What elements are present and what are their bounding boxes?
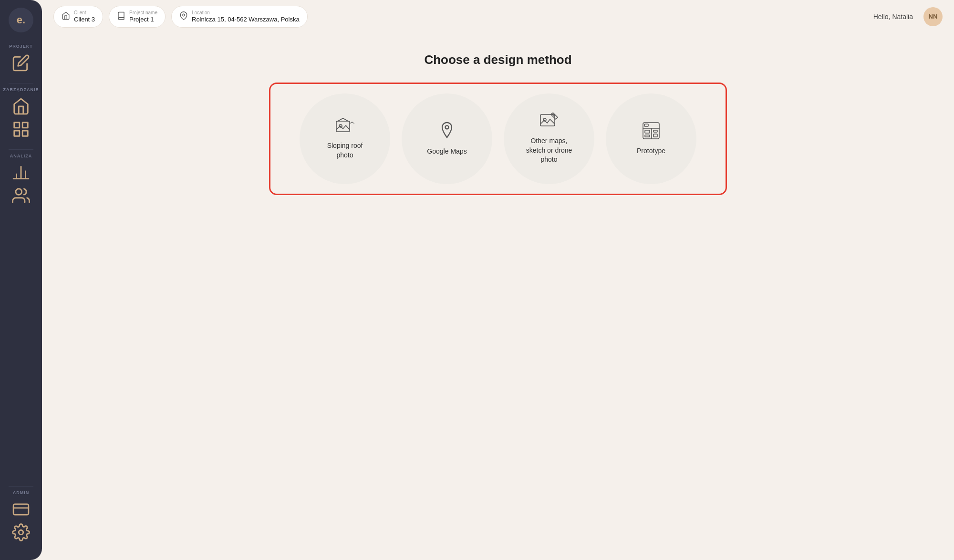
svg-point-11 <box>19 530 23 535</box>
sidebar-section-admin: ADMIN <box>0 490 42 545</box>
svg-rect-1 <box>22 123 28 128</box>
prototype-label: Prototype <box>637 146 665 156</box>
project-pill[interactable]: Project name Project 1 <box>109 6 166 28</box>
google-maps-icon <box>438 121 456 140</box>
sidebar-item-billing[interactable] <box>10 499 31 520</box>
google-maps-label: Google Maps <box>427 147 467 156</box>
location-pill-icon <box>179 11 188 22</box>
sidebar-divider-1 <box>9 83 34 83</box>
svg-rect-24 <box>653 130 657 132</box>
sidebar-item-users[interactable] <box>10 185 31 206</box>
other-maps-icon <box>539 113 559 130</box>
avatar[interactable]: NN <box>923 7 943 26</box>
svg-rect-23 <box>645 135 650 137</box>
sidebar-item-home[interactable] <box>10 96 31 117</box>
content-area: Choose a design method Sloping roofphoto <box>42 33 954 560</box>
sidebar-divider-3 <box>9 486 34 487</box>
svg-point-8 <box>16 189 22 195</box>
home-pill-icon <box>62 11 70 22</box>
svg-rect-13 <box>336 121 350 132</box>
main-content: Client Client 3 Project name Project 1 <box>42 0 954 560</box>
sidebar-divider-2 <box>9 149 34 150</box>
client-label: Client <box>74 10 95 16</box>
location-label: Location <box>192 10 300 16</box>
sidebar-label-zarzadzanie: ZARZĄDZANIE <box>3 87 39 92</box>
svg-rect-3 <box>22 131 28 136</box>
page-title: Choose a design method <box>424 52 571 67</box>
project-label: Project name <box>129 10 157 16</box>
svg-rect-26 <box>644 124 648 126</box>
sidebar-item-edit[interactable] <box>10 52 31 73</box>
sloping-roof-label: Sloping roofphoto <box>327 141 363 160</box>
logo[interactable]: e. <box>9 8 33 32</box>
location-info: Location Rolnicza 15, 04-562 Warszawa, P… <box>192 10 300 23</box>
method-card-google-maps[interactable]: Google Maps <box>402 93 492 184</box>
method-card-other-maps[interactable]: Other maps,sketch or dronephoto <box>504 93 594 184</box>
sidebar-item-grid[interactable] <box>10 119 31 140</box>
method-card-prototype[interactable]: Prototype <box>606 93 696 184</box>
sloping-roof-icon <box>335 117 354 135</box>
sidebar-section-zarzadzanie: ZARZĄDZANIE <box>0 87 42 142</box>
sidebar-item-chart[interactable] <box>10 162 31 183</box>
book-pill-icon <box>117 11 125 22</box>
location-pill[interactable]: Location Rolnicza 15, 04-562 Warszawa, P… <box>171 6 308 28</box>
svg-rect-0 <box>14 123 20 128</box>
sidebar-label-projekt: PROJEKT <box>9 44 33 49</box>
sidebar-item-settings[interactable] <box>10 522 31 543</box>
method-selection-box: Sloping roofphoto Google Maps <box>269 83 727 195</box>
client-pill[interactable]: Client Client 3 <box>53 6 103 28</box>
prototype-icon <box>642 122 660 140</box>
svg-rect-2 <box>14 131 20 136</box>
location-value: Rolnicza 15, 04-562 Warszawa, Polska <box>192 16 300 23</box>
sidebar-section-analiza: ANALIZA <box>0 154 42 208</box>
sidebar-label-admin: ADMIN <box>13 490 30 495</box>
project-value: Project 1 <box>129 16 157 23</box>
svg-point-12 <box>183 14 185 16</box>
sidebar-label-analiza: ANALIZA <box>10 154 32 158</box>
client-value: Client 3 <box>74 16 95 23</box>
svg-rect-9 <box>13 504 29 515</box>
sidebar-section-projekt: PROJEKT <box>0 44 42 75</box>
sidebar: e. PROJEKT ZARZĄDZANIE A <box>0 0 42 560</box>
method-card-sloping-roof[interactable]: Sloping roofphoto <box>300 93 390 184</box>
svg-rect-25 <box>653 134 657 137</box>
svg-rect-22 <box>645 130 650 133</box>
project-info: Project name Project 1 <box>129 10 157 23</box>
greeting-text: Hello, Natalia <box>873 13 913 21</box>
svg-rect-19 <box>643 123 659 139</box>
client-info: Client Client 3 <box>74 10 95 23</box>
other-maps-label: Other maps,sketch or dronephoto <box>526 136 572 165</box>
topbar: Client Client 3 Project name Project 1 <box>42 0 954 33</box>
svg-point-15 <box>445 125 448 129</box>
